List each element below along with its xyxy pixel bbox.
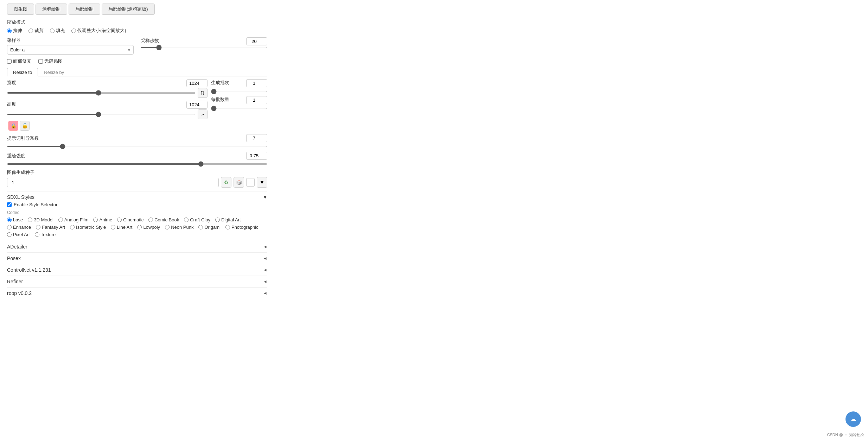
- cfg-scale-input[interactable]: [246, 134, 267, 142]
- seed-color-swatch: [246, 178, 255, 187]
- scale-mode-group: 拉伸 裁剪 填充 仅调整大小(潜空间放大): [7, 27, 267, 34]
- style-3d-model[interactable]: 3D Model: [28, 217, 53, 222]
- style-lowpoly[interactable]: Lowpoly: [137, 225, 160, 230]
- scale-mode-crop[interactable]: 裁剪: [28, 27, 44, 34]
- height-slider[interactable]: [7, 114, 196, 115]
- scale-mode-fill[interactable]: 填充: [50, 27, 65, 34]
- sampler-select-wrap: Euler a Euler LMS DDIM PLMS ▼: [7, 45, 134, 55]
- constrain-btn[interactable]: ↗: [198, 109, 208, 119]
- style-radios-row3: Pixel Art Texture: [7, 232, 267, 237]
- sampler-label: 采样器: [7, 37, 134, 44]
- adetailer-collapse-icon: ◄: [263, 244, 267, 249]
- adetailer-header[interactable]: ADetailer ◄: [7, 244, 267, 250]
- roop-section: roop v0.0.2 ◄: [7, 287, 267, 299]
- sdxl-title: SDXL Styles: [7, 194, 34, 200]
- width-input[interactable]: [186, 79, 208, 87]
- style-fantasy-art[interactable]: Fantasy Art: [36, 225, 65, 230]
- refiner-section: Refiner ◄: [7, 276, 267, 287]
- denoising-input[interactable]: [246, 152, 267, 160]
- style-digital-art[interactable]: Digital Art: [215, 217, 241, 222]
- enable-style-selector-checkbox[interactable]: Enable Style Selector: [7, 202, 267, 207]
- denoising-slider[interactable]: [7, 163, 267, 165]
- controlnet-header[interactable]: ControlNet v1.1.231 ◄: [7, 267, 267, 273]
- style-origami[interactable]: Origami: [198, 225, 221, 230]
- style-anime[interactable]: Anime: [93, 217, 112, 222]
- scale-mode-label: 缩放模式: [7, 19, 267, 25]
- csdn-footer: CSDN @ ↔ 知冷热☆: [827, 432, 864, 437]
- checkbox-row: 面部修复 无缝贴图: [7, 58, 267, 64]
- controlnet-title: ControlNet v1.1.231: [7, 267, 51, 273]
- style-radios-row2: Enhance Fantasy Art Isometric Style Line…: [7, 225, 267, 230]
- scale-mode-latent[interactable]: 仅调整大小(潜空间放大): [71, 27, 126, 34]
- batch-count-input[interactable]: [246, 79, 267, 87]
- adetailer-section: ADetailer ◄: [7, 241, 267, 252]
- style-comic-book[interactable]: Comic Book: [148, 217, 179, 222]
- resize-by-tab[interactable]: Resize by: [38, 68, 70, 76]
- seed-row: ♻ 🎲 ▼: [7, 177, 267, 188]
- posex-header[interactable]: Posex ◄: [7, 256, 267, 261]
- tab-sketch[interactable]: 涂鸦绘制: [36, 4, 67, 15]
- style-analog-film[interactable]: Analog Film: [58, 217, 89, 222]
- refiner-title: Refiner: [7, 279, 23, 284]
- style-line-art[interactable]: Line Art: [111, 225, 132, 230]
- posex-section: Posex ◄: [7, 252, 267, 264]
- style-neon-punk[interactable]: Neon Punk: [165, 225, 193, 230]
- controlnet-section: ControlNet v1.1.231 ◄: [7, 264, 267, 276]
- controlnet-collapse-icon: ◄: [263, 267, 267, 272]
- seed-random-icon[interactable]: 🎲: [234, 177, 244, 188]
- denoising-label: 重绘强度: [7, 153, 25, 159]
- batch-section: 生成批次 每批数量: [211, 79, 267, 131]
- seed-dropdown-icon[interactable]: ▼: [257, 177, 267, 188]
- roop-header[interactable]: roop v0.0.2 ◄: [7, 290, 267, 296]
- lock-icon-1[interactable]: 🔒: [8, 121, 18, 131]
- float-action-btn[interactable]: ☁: [845, 411, 861, 427]
- style-craft-clay[interactable]: Craft Clay: [184, 217, 210, 222]
- resize-to-tab[interactable]: Resize to: [7, 68, 38, 76]
- tab-img2img[interactable]: 图生图: [7, 4, 34, 15]
- width-slider[interactable]: [7, 92, 196, 94]
- lock-icon-2[interactable]: 🔓: [20, 121, 30, 131]
- height-input[interactable]: [186, 101, 208, 109]
- refiner-header[interactable]: Refiner ◄: [7, 279, 267, 284]
- tab-inpaint-sketch[interactable]: 局部绘制(涂鸦家版): [102, 4, 155, 15]
- sdxl-header[interactable]: SDXL Styles ▼: [7, 194, 267, 200]
- batch-size-slider[interactable]: [211, 108, 267, 109]
- tab-inpaint[interactable]: 局部绘制: [69, 4, 100, 15]
- sampler-steps-input[interactable]: [246, 37, 267, 45]
- seed-recycle-icon[interactable]: ♻: [221, 177, 231, 188]
- cfg-scale-slider[interactable]: [7, 146, 267, 147]
- sampler-select[interactable]: Euler a Euler LMS DDIM PLMS: [7, 45, 134, 55]
- batch-count-slider[interactable]: [211, 91, 267, 92]
- scale-mode-stretch[interactable]: 拉伸: [7, 27, 22, 34]
- style-radios-row1: base 3D Model Analog Film Anime Cinemati…: [7, 217, 267, 222]
- resize-tabs: Resize to Resize by: [7, 68, 267, 76]
- cfg-scale-row: 提示词引导系数: [7, 134, 267, 148]
- sampler-steps-slider[interactable]: [141, 47, 267, 48]
- style-base[interactable]: base: [7, 217, 23, 222]
- style-isometric-style[interactable]: Isometric Style: [70, 225, 106, 230]
- face-restore-checkbox[interactable]: 面部修复: [7, 58, 31, 64]
- style-photographic[interactable]: Photographic: [225, 225, 259, 230]
- sdxl-collapse-icon: ▼: [263, 195, 267, 200]
- adetailer-title: ADetailer: [7, 244, 27, 250]
- roop-title: roop v0.0.2: [7, 290, 32, 296]
- batch-size-label: 每批数量: [211, 96, 229, 103]
- batch-size-row: 每批数量: [211, 96, 267, 110]
- width-label: 宽度: [7, 80, 16, 86]
- style-texture[interactable]: Texture: [35, 232, 56, 237]
- cfg-scale-label: 提示词引导系数: [7, 135, 39, 141]
- seed-label: 图像生成种子: [7, 169, 267, 176]
- tab-row: 图生图 涂鸦绘制 局部绘制 局部绘制(涂鸦家版): [7, 4, 267, 15]
- batch-count-row: 生成批次: [211, 79, 267, 93]
- batch-size-input[interactable]: [246, 96, 267, 104]
- tiling-checkbox[interactable]: 无缝贴图: [38, 58, 63, 64]
- style-cinematic[interactable]: Cinematic: [117, 217, 143, 222]
- sampler-steps-row: 采样器 Euler a Euler LMS DDIM PLMS ▼ 采样步数: [7, 37, 267, 55]
- seed-input[interactable]: [7, 178, 219, 187]
- style-enhance[interactable]: Enhance: [7, 225, 31, 230]
- swap-dimensions-btn[interactable]: ⇅: [198, 88, 208, 98]
- roop-collapse-icon: ◄: [263, 291, 267, 296]
- refiner-collapse-icon: ◄: [263, 279, 267, 284]
- posex-title: Posex: [7, 256, 21, 261]
- style-pixel-art[interactable]: Pixel Art: [7, 232, 30, 237]
